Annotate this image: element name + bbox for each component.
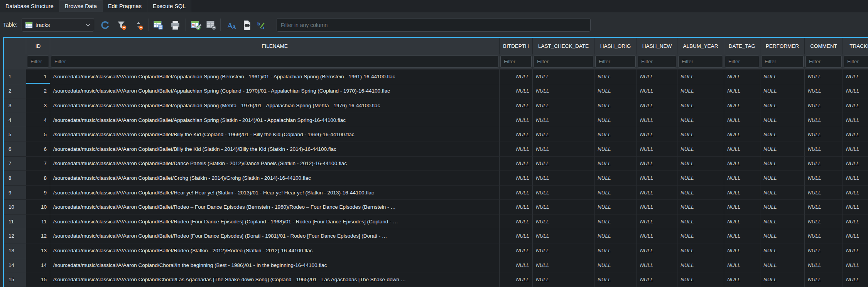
column-header-bitdepth[interactable]: BITDEPTH — [500, 38, 533, 54]
row-header[interactable]: 11 — [4, 214, 26, 229]
cell-filename[interactable]: /sourcedata/music/classical/A/Aaron Copl… — [50, 186, 500, 200]
cell-album_year[interactable]: NULL — [677, 113, 724, 128]
cell-id[interactable]: 5 — [26, 127, 50, 142]
cell-hash_new[interactable]: NULL — [637, 142, 677, 157]
column-header-tracknumber[interactable]: TRACKNUMBER — [843, 38, 868, 54]
cell-filename[interactable]: /sourcedata/music/classical/A/Aaron Copl… — [50, 127, 500, 142]
column-header-hash_orig[interactable]: HASH_ORIG — [594, 38, 637, 54]
cell-performer[interactable]: NULL — [760, 157, 805, 171]
cell-id[interactable]: 4 — [26, 113, 50, 128]
cell-bitdepth[interactable]: NULL — [500, 272, 533, 287]
cell-tracknumber[interactable]: NULL — [843, 127, 868, 142]
cell-album_year[interactable]: NULL — [677, 98, 724, 113]
cell-id[interactable]: 9 — [26, 186, 50, 200]
column-filter-input-tracknumber[interactable] — [844, 56, 868, 68]
cell-filename[interactable]: /sourcedata/music/classical/A/Aaron Copl… — [50, 98, 500, 113]
header-corner[interactable] — [4, 38, 26, 54]
save-table-button[interactable] — [151, 18, 165, 32]
cell-filename[interactable]: /sourcedata/music/classical/A/Aaron Copl… — [50, 258, 500, 273]
cell-bitdepth[interactable]: NULL — [500, 214, 533, 229]
cell-bitdepth[interactable]: NULL — [500, 200, 533, 214]
row-header[interactable]: 7 — [4, 157, 26, 171]
cell-id[interactable]: 1 — [26, 69, 50, 84]
cell-bitdepth[interactable]: NULL — [500, 258, 533, 273]
cell-filename[interactable]: /sourcedata/music/classical/A/Aaron Copl… — [50, 142, 500, 157]
row-header[interactable]: 15 — [4, 272, 26, 287]
cell-date_tag[interactable]: NULL — [724, 157, 760, 171]
cell-hash_orig[interactable]: NULL — [594, 186, 637, 200]
cell-bitdepth[interactable]: NULL — [500, 243, 533, 258]
cell-bitdepth[interactable]: NULL — [500, 229, 533, 244]
cell-tracknumber[interactable]: NULL — [843, 258, 868, 273]
column-header-id[interactable]: ID — [26, 38, 50, 54]
cell-date_tag[interactable]: NULL — [724, 243, 760, 258]
cell-performer[interactable]: NULL — [760, 272, 805, 287]
cell-last_check_date[interactable]: NULL — [533, 98, 594, 113]
cell-comment[interactable]: NULL — [805, 113, 843, 128]
cell-album_year[interactable]: NULL — [677, 186, 724, 200]
cell-hash_orig[interactable]: NULL — [594, 84, 637, 99]
cell-last_check_date[interactable]: NULL — [533, 258, 594, 273]
cell-album_year[interactable]: NULL — [677, 127, 724, 142]
cell-last_check_date[interactable]: NULL — [533, 200, 594, 214]
cell-performer[interactable]: NULL — [760, 113, 805, 128]
cell-id[interactable]: 14 — [26, 258, 50, 273]
column-header-comment[interactable]: COMMENT — [805, 38, 843, 54]
cell-filename[interactable]: /sourcedata/music/classical/A/Aaron Copl… — [50, 229, 500, 244]
cell-hash_new[interactable]: NULL — [637, 229, 677, 244]
replace-button[interactable]: b a — [255, 18, 269, 32]
cell-hash_orig[interactable]: NULL — [594, 171, 637, 186]
row-header[interactable]: 10 — [4, 200, 26, 214]
column-header-date_tag[interactable]: DATE_TAG — [724, 38, 760, 54]
row-header[interactable]: 2 — [4, 84, 26, 99]
clear-sorting-button[interactable] — [131, 18, 146, 32]
cell-date_tag[interactable]: NULL — [724, 69, 760, 84]
cell-performer[interactable]: NULL — [760, 200, 805, 214]
cell-tracknumber[interactable]: NULL — [843, 84, 868, 99]
cell-tracknumber[interactable]: NULL — [843, 200, 868, 214]
cell-album_year[interactable]: NULL — [677, 69, 724, 84]
cell-hash_new[interactable]: NULL — [637, 200, 677, 214]
cell-id[interactable]: 15 — [26, 272, 50, 287]
column-header-performer[interactable]: PERFORMER — [760, 38, 805, 54]
cell-last_check_date[interactable]: NULL — [533, 229, 594, 244]
cell-last_check_date[interactable]: NULL — [533, 186, 594, 200]
cell-filename[interactable]: /sourcedata/music/classical/A/Aaron Copl… — [50, 243, 500, 258]
cell-date_tag[interactable]: NULL — [724, 113, 760, 128]
tab-edit-pragmas[interactable]: Edit Pragmas — [103, 0, 147, 12]
tab-database-structure[interactable]: Database Structure — [0, 0, 59, 12]
cell-comment[interactable]: NULL — [805, 229, 843, 244]
cell-tracknumber[interactable]: NULL — [843, 229, 868, 244]
cell-last_check_date[interactable]: NULL — [533, 171, 594, 186]
cell-filename[interactable]: /sourcedata/music/classical/A/Aaron Copl… — [50, 113, 500, 128]
cell-filename[interactable]: /sourcedata/music/classical/A/Aaron Copl… — [50, 69, 500, 84]
column-filter-input-album_year[interactable] — [678, 56, 723, 68]
cell-id[interactable]: 13 — [26, 243, 50, 258]
cell-comment[interactable]: NULL — [805, 258, 843, 273]
cell-album_year[interactable]: NULL — [677, 142, 724, 157]
cell-comment[interactable]: NULL — [805, 69, 843, 84]
cell-hash_new[interactable]: NULL — [637, 258, 677, 273]
cell-tracknumber[interactable]: NULL — [843, 69, 868, 84]
cell-hash_orig[interactable]: NULL — [594, 113, 637, 128]
cell-hash_new[interactable]: NULL — [637, 186, 677, 200]
cell-album_year[interactable]: NULL — [677, 200, 724, 214]
cell-performer[interactable]: NULL — [760, 243, 805, 258]
table-selector[interactable]: tracks — [22, 18, 94, 32]
cell-filename[interactable]: /sourcedata/music/classical/A/Aaron Copl… — [50, 272, 500, 287]
column-filter-input-last_check_date[interactable] — [534, 56, 593, 68]
cell-bitdepth[interactable]: NULL — [500, 171, 533, 186]
cell-date_tag[interactable]: NULL — [724, 186, 760, 200]
cell-hash_new[interactable]: NULL — [637, 69, 677, 84]
cell-comment[interactable]: NULL — [805, 84, 843, 99]
cell-id[interactable]: 3 — [26, 98, 50, 113]
cell-date_tag[interactable]: NULL — [724, 127, 760, 142]
cell-last_check_date[interactable]: NULL — [533, 157, 594, 171]
cell-filename[interactable]: /sourcedata/music/classical/A/Aaron Copl… — [50, 200, 500, 214]
cell-hash_orig[interactable]: NULL — [594, 69, 637, 84]
cell-last_check_date[interactable]: NULL — [533, 243, 594, 258]
column-filter-input-comment[interactable] — [806, 56, 842, 68]
cell-hash_orig[interactable]: NULL — [594, 98, 637, 113]
cell-bitdepth[interactable]: NULL — [500, 127, 533, 142]
cell-hash_orig[interactable]: NULL — [594, 142, 637, 157]
